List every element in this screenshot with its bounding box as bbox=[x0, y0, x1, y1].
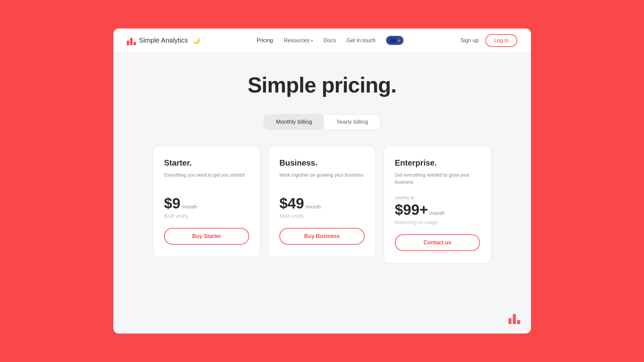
page-background: Simple Analytics 🌙 Pricing Resources ▾ D… bbox=[0, 0, 644, 362]
nav-link-get-in-touch[interactable]: Get in touch bbox=[346, 38, 375, 44]
logo-bar-2 bbox=[130, 38, 132, 45]
navbar-logo-area: Simple Analytics 🌙 bbox=[127, 36, 200, 45]
resources-chevron-icon: ▾ bbox=[311, 38, 313, 43]
bc-bar-1 bbox=[508, 318, 512, 324]
navbar-links: Pricing Resources ▾ Docs Get in touch 🇪🇺… bbox=[257, 36, 404, 45]
nav-link-pricing[interactable]: Pricing bbox=[257, 38, 273, 44]
billing-toggle: Monthly billing Yearly billing bbox=[264, 114, 381, 130]
region-selector[interactable]: 🇪🇺 ▾ bbox=[386, 36, 404, 45]
enterprise-per-month: /month bbox=[429, 210, 445, 216]
starter-yearly-price: $108 yearly bbox=[164, 213, 249, 219]
starter-card-desc: Everything you need to get you started bbox=[164, 172, 249, 186]
business-per-month: /month bbox=[305, 204, 321, 209]
enterprise-price-row: $99+ /month bbox=[395, 201, 480, 218]
log-in-button[interactable]: Log in bbox=[485, 34, 518, 47]
contact-us-button[interactable]: Contact us bbox=[395, 234, 480, 251]
starter-card-title: Starter. bbox=[164, 158, 249, 168]
starter-price: $9 bbox=[164, 195, 180, 212]
pricing-cards-row: Starter. Everything you need to get you … bbox=[153, 146, 491, 263]
business-card-title: Business. bbox=[279, 158, 365, 168]
business-yearly-price: $588 yearly bbox=[279, 213, 365, 219]
bc-bar-2 bbox=[513, 314, 516, 324]
enterprise-card-title: Enterprise. bbox=[395, 158, 480, 168]
enterprise-card: Enterprise. Get everything needed to gro… bbox=[384, 146, 491, 263]
nav-link-resources-label: Resources bbox=[284, 38, 309, 44]
business-card: Business. Work together on growing your … bbox=[268, 146, 376, 257]
starter-per-month: /month bbox=[182, 204, 197, 209]
page-content: Simple pricing. Monthly billing Yearly b… bbox=[113, 53, 531, 334]
sign-up-link[interactable]: Sign up bbox=[461, 38, 479, 44]
nav-link-resources[interactable]: Resources ▾ bbox=[284, 38, 313, 44]
nav-link-docs[interactable]: Docs bbox=[324, 38, 336, 44]
starter-card: Starter. Everything you need to get you … bbox=[153, 146, 260, 257]
bottom-chart-icon bbox=[508, 312, 520, 324]
buy-starter-button[interactable]: Buy Starter bbox=[164, 228, 249, 245]
business-price-row: $49 /month bbox=[279, 195, 365, 212]
navbar: Simple Analytics 🌙 Pricing Resources ▾ D… bbox=[113, 28, 531, 53]
dark-mode-icon[interactable]: 🌙 bbox=[193, 37, 200, 44]
logo-bar-3 bbox=[133, 42, 136, 45]
enterprise-starting-at: starting at bbox=[395, 195, 480, 200]
enterprise-price: $99+ bbox=[395, 201, 428, 218]
eu-flag-icon: 🇪🇺 bbox=[389, 37, 396, 44]
main-card: Simple Analytics 🌙 Pricing Resources ▾ D… bbox=[113, 28, 531, 334]
business-card-desc: Work together on growing your business bbox=[279, 172, 365, 186]
yearly-billing-option[interactable]: Yearly billing bbox=[324, 115, 380, 129]
starter-price-row: $9 /month bbox=[164, 195, 249, 212]
region-chevron-icon: ▾ bbox=[398, 38, 400, 43]
logo-bar-1 bbox=[127, 41, 129, 45]
enterprise-card-desc: Get everything needed to grow your busin… bbox=[395, 172, 480, 186]
business-price: $49 bbox=[279, 195, 304, 212]
monthly-billing-option[interactable]: Monthly billing bbox=[264, 115, 324, 129]
navbar-auth: Sign up Log in bbox=[461, 34, 518, 47]
logo-icon bbox=[127, 36, 136, 45]
bc-bar-3 bbox=[517, 320, 520, 324]
brand-name: Simple Analytics bbox=[139, 37, 188, 44]
page-title: Simple pricing. bbox=[248, 73, 396, 98]
enterprise-yearly-price: depending on usage bbox=[395, 220, 480, 225]
buy-business-button[interactable]: Buy Business bbox=[279, 228, 365, 245]
